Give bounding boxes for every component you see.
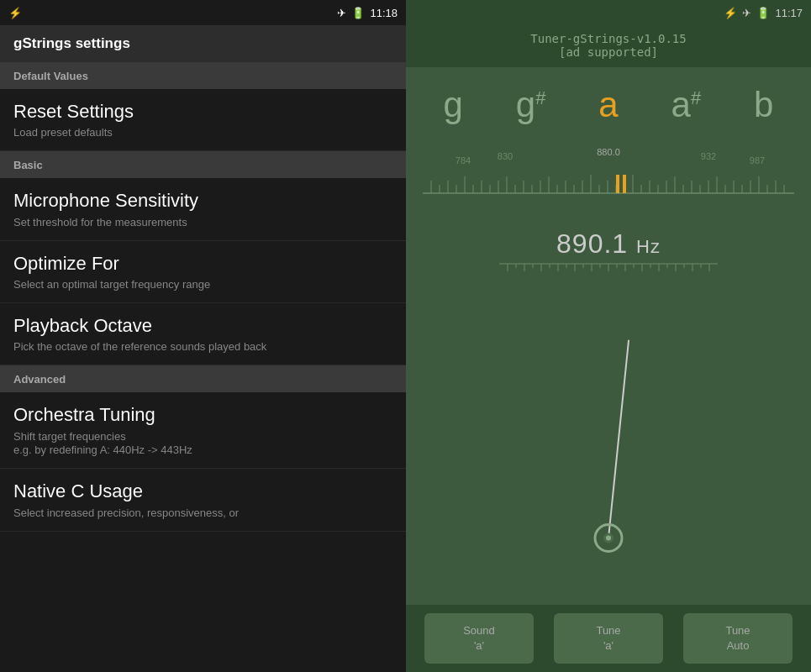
item-title-native: Native C Usage	[13, 480, 392, 502]
settings-panel: ⚡ ✈ 🔋 11:18 gStrings settings Default Va…	[0, 0, 406, 672]
tune-auto-button[interactable]: Tune Auto	[683, 613, 793, 664]
svg-text:830: 830	[498, 151, 513, 161]
section-header-basic: Basic	[0, 151, 406, 178]
meter-area: 784 830 880.0 932 987 890.1 Hz	[406, 143, 811, 605]
tune-button-label: Tune	[596, 623, 620, 638]
freq-display-container: 890.1 Hz	[499, 218, 718, 278]
note-a-sharp: a#	[661, 85, 711, 125]
settings-item-octave[interactable]: Playback Octave Pick the octave of the r…	[0, 303, 406, 365]
svg-point-80	[606, 536, 611, 541]
tune-button-sub: 'a'	[603, 638, 614, 654]
settings-item-native[interactable]: Native C Usage Select increased precisio…	[0, 469, 406, 531]
svg-text:784: 784	[456, 155, 471, 165]
note-g: g	[428, 85, 478, 125]
app-title: gStrings settings	[13, 35, 130, 52]
svg-text:880.0: 880.0	[597, 147, 620, 157]
status-icons-left: ⚡	[8, 7, 22, 19]
svg-line-77	[608, 341, 629, 538]
item-title-octave: Playback Octave	[13, 315, 392, 337]
current-freq-value: 890.1	[556, 228, 628, 259]
tune-auto-sub: Auto	[727, 638, 750, 654]
tuner-panel: ⚡ ✈ 🔋 11:17 Tuner-gStrings-v1.0.15 [ad s…	[406, 0, 811, 672]
settings-item-mic[interactable]: Microphone Sensitivity Set threshold for…	[0, 178, 406, 240]
settings-item-orchestra[interactable]: Orchestra Tuning Shift target frequencie…	[0, 392, 406, 469]
svg-text:932: 932	[701, 151, 716, 161]
item-title-orchestra: Orchestra Tuning	[13, 404, 392, 426]
item-title-optimize: Optimize For	[13, 253, 392, 275]
section-header-advanced: Advanced	[0, 365, 406, 392]
svg-text:987: 987	[750, 155, 765, 165]
plane-icon-left: ✈	[337, 7, 346, 19]
plane-icon-right: ✈	[742, 7, 751, 19]
status-right-left: ✈ 🔋 11:18	[337, 7, 398, 19]
section-label-default: Default Values	[13, 70, 88, 82]
section-label-basic: Basic	[13, 159, 43, 171]
sound-button-label: Sound	[463, 623, 495, 638]
tune-button[interactable]: Tune 'a'	[554, 613, 663, 664]
app-title-bar: gStrings settings	[0, 25, 406, 62]
app-name-line1: Tuner-gStrings-v1.0.15	[406, 32, 811, 45]
settings-item-optimize[interactable]: Optimize For Select an optimal target fr…	[0, 241, 406, 303]
note-a-active: a	[583, 85, 634, 125]
sound-button[interactable]: Sound 'a'	[424, 613, 534, 664]
item-subtitle-native: Select increased precision, responsivene…	[13, 507, 392, 521]
usb-icon-right: ⚡	[724, 7, 737, 19]
item-subtitle-mic: Set threshold for the measurements	[13, 216, 392, 230]
battery-icon-right: 🔋	[756, 7, 770, 19]
section-header-default: Default Values	[0, 62, 406, 89]
svg-rect-44	[616, 175, 619, 193]
fine-scale-svg	[499, 260, 718, 275]
item-subtitle-orchestra: Shift target frequenciese.g. by redefini…	[13, 430, 392, 459]
item-subtitle-octave: Pick the octave of the reference sounds …	[13, 340, 392, 354]
status-bar-right: ⚡ ✈ 🔋 11:17	[406, 0, 811, 25]
bottom-buttons: Sound 'a' Tune 'a' Tune Auto	[406, 605, 811, 672]
status-icons-right: ⚡ ✈ 🔋 11:17	[724, 7, 803, 19]
usb-icon: ⚡	[8, 7, 22, 19]
settings-scroll[interactable]: Default Values Reset Settings Load prese…	[0, 62, 406, 672]
item-title-reset: Reset Settings	[13, 101, 392, 123]
freq-unit: Hz	[636, 236, 661, 257]
battery-icon-left: 🔋	[351, 7, 365, 19]
time-right: 11:17	[775, 7, 803, 19]
item-title-mic: Microphone Sensitivity	[13, 190, 392, 212]
item-subtitle-optimize: Select an optimal target frequency range	[13, 278, 392, 292]
notes-row: g g# a a# b	[406, 67, 811, 143]
needle-container	[406, 278, 811, 605]
time-left: 11:18	[370, 7, 398, 19]
note-g-sharp: g#	[506, 85, 556, 125]
note-b: b	[739, 85, 789, 125]
section-label-advanced: Advanced	[13, 373, 66, 386]
frequency-scale: 784 830 880.0 932 987	[406, 143, 811, 218]
svg-rect-45	[623, 175, 626, 193]
status-bar-left: ⚡ ✈ 🔋 11:18	[0, 0, 406, 25]
tuner-header: Tuner-gStrings-v1.0.15 [ad supported]	[406, 25, 811, 67]
settings-item-reset[interactable]: Reset Settings Load preset defaults	[0, 89, 406, 151]
item-subtitle-reset: Load preset defaults	[13, 126, 392, 140]
needle-svg	[406, 278, 811, 605]
sound-button-sub: 'a'	[474, 638, 484, 654]
app-name-line2: [ad supported]	[406, 45, 811, 59]
tune-auto-label: Tune	[725, 623, 750, 638]
current-freq-display: 890.1 Hz	[499, 228, 718, 260]
